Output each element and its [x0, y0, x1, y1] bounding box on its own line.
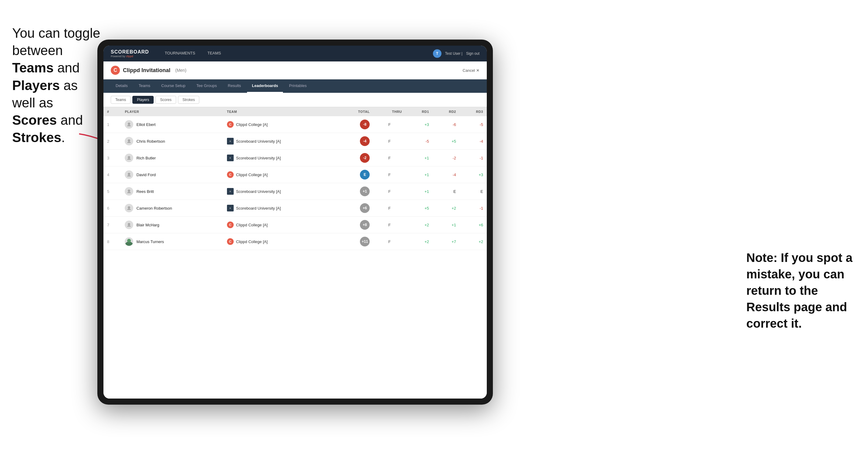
svg-point-6: [128, 206, 130, 209]
cell-rd2: -4: [433, 166, 460, 183]
cell-rank: 1: [103, 116, 121, 133]
toggle-teams-button[interactable]: Teams: [111, 96, 130, 104]
tab-course-setup[interactable]: Course Setup: [156, 80, 190, 93]
table-row[interactable]: 3 Rich Butler ≡ Scoreboard University [A…: [103, 150, 487, 166]
cell-total: -2: [338, 150, 373, 166]
table-row[interactable]: 1 Elliot Ebert C Clippd College [A] -8 F…: [103, 116, 487, 133]
tablet-screen: SCOREBOARD Powered by clippd TOURNAMENTS…: [103, 45, 487, 399]
team-name: Clippd College [A]: [236, 223, 268, 227]
svg-point-7: [128, 223, 130, 225]
player-avatar: [125, 187, 133, 196]
team-icon-scoreboard: ≡: [227, 155, 234, 161]
cell-total: +8: [338, 217, 373, 234]
cell-rd3: +3: [460, 166, 487, 183]
cell-team: ≡ Scoreboard University [A]: [223, 150, 338, 166]
cell-rd2: +1: [433, 217, 460, 234]
svg-point-4: [128, 173, 130, 175]
toggle-strokes-button[interactable]: Strokes: [178, 96, 199, 104]
team-icon-clippd: C: [227, 221, 234, 228]
cell-rd2: -2: [433, 150, 460, 166]
score-badge: +6: [360, 203, 370, 213]
tab-printables[interactable]: Printables: [284, 80, 312, 93]
team-icon-clippd: C: [227, 171, 234, 178]
cell-player: Marcus Turners: [121, 234, 223, 250]
tab-results[interactable]: Results: [223, 80, 246, 93]
cell-total: +11: [338, 234, 373, 250]
score-badge: E: [360, 170, 370, 180]
cell-thru: F: [373, 234, 406, 250]
toggle-players-button[interactable]: Players: [132, 96, 154, 104]
nav-right: T Test User | Sign out: [433, 49, 479, 58]
svg-point-5: [128, 190, 130, 192]
team-icon-scoreboard: ≡: [227, 205, 234, 212]
strokes-bold: Strokes: [12, 130, 61, 145]
cell-team: C Clippd College [A]: [223, 166, 338, 183]
col-rank: #: [103, 107, 121, 116]
cell-thru: F: [373, 150, 406, 166]
table-row[interactable]: 8 Marcus Turners C Clippd College [A] +1…: [103, 234, 487, 250]
cell-thru: F: [373, 166, 406, 183]
tab-details[interactable]: Details: [111, 80, 133, 93]
cell-player: Blair McHarg: [121, 217, 223, 234]
cell-total: -4: [338, 133, 373, 150]
left-annotation: You can toggle between Teams and Players…: [12, 24, 100, 146]
logo-sub: Powered by clippd: [111, 55, 149, 58]
table-row[interactable]: 4 David Ford C Clippd College [A] E F +1…: [103, 166, 487, 183]
leaderboard-table: # PLAYER TEAM TOTAL THRU RD1 RD2 RD3 1 E…: [103, 107, 487, 399]
cell-rd3: +6: [460, 217, 487, 234]
sign-out-link[interactable]: Sign out: [466, 52, 479, 56]
cell-rd1: -5: [406, 133, 433, 150]
toggle-bar: Teams Players Scores Strokes: [103, 93, 487, 107]
col-rd1: RD1: [406, 107, 433, 116]
tournament-logo: C: [111, 66, 120, 75]
toggle-scores-button[interactable]: Scores: [155, 96, 176, 104]
teams-bold: Teams: [12, 60, 54, 75]
team-name: Clippd College [A]: [236, 122, 268, 127]
score-badge: +1: [360, 186, 370, 196]
cell-total: +1: [338, 183, 373, 200]
cell-rank: 7: [103, 217, 121, 234]
user-name: Test User |: [445, 52, 462, 56]
tab-teams[interactable]: Teams: [134, 80, 155, 93]
cell-team: C Clippd College [A]: [223, 234, 338, 250]
cell-team: C Clippd College [A]: [223, 116, 338, 133]
cell-team: ≡ Scoreboard University [A]: [223, 133, 338, 150]
player-avatar: [125, 237, 133, 246]
cell-total: -8: [338, 116, 373, 133]
cell-rd2: +7: [433, 234, 460, 250]
table-row[interactable]: 2 Chris Robertson ≡ Scoreboard Universit…: [103, 133, 487, 150]
tournament-gender: (Men): [175, 68, 186, 73]
cell-rank: 3: [103, 150, 121, 166]
sub-nav: Details Teams Course Setup Tee Groups Re…: [103, 80, 487, 93]
cell-rd2: +2: [433, 200, 460, 217]
note-label: Note: If you spot a mistake, you can ret…: [746, 251, 852, 330]
logo-text: SCOREBOARD: [111, 49, 149, 55]
tab-leaderboards[interactable]: Leaderboards: [247, 80, 283, 93]
col-thru: THRU: [373, 107, 406, 116]
table-row[interactable]: 6 Cameron Robertson ≡ Scoreboard Univers…: [103, 200, 487, 217]
col-rd3: RD3: [460, 107, 487, 116]
tournament-header: C Clippd Invitational (Men) Cancel ✕: [103, 61, 487, 80]
score-badge: +8: [360, 220, 370, 230]
user-avatar: T: [433, 49, 441, 58]
team-icon-scoreboard: ≡: [227, 188, 234, 195]
tablet-frame: SCOREBOARD Powered by clippd TOURNAMENTS…: [97, 39, 493, 405]
cell-rd3: -1: [460, 200, 487, 217]
table-row[interactable]: 7 Blair McHarg C Clippd College [A] +8 F…: [103, 217, 487, 234]
tab-tee-groups[interactable]: Tee Groups: [192, 80, 222, 93]
cancel-button[interactable]: Cancel ✕: [463, 68, 479, 73]
player-name: David Ford: [136, 173, 156, 177]
player-name: Blair McHarg: [136, 223, 159, 227]
nav-teams[interactable]: TEAMS: [202, 45, 227, 61]
svg-point-2: [128, 139, 130, 142]
col-total: TOTAL: [338, 107, 373, 116]
team-name: Clippd College [A]: [236, 240, 268, 244]
nav-links: TOURNAMENTS TEAMS: [159, 45, 433, 61]
cell-team: C Clippd College [A]: [223, 217, 338, 234]
table-header-row: # PLAYER TEAM TOTAL THRU RD1 RD2 RD3: [103, 107, 487, 116]
score-badge: +11: [360, 237, 370, 246]
table-row[interactable]: 5 Rees Britt ≡ Scoreboard University [A]…: [103, 183, 487, 200]
cell-thru: F: [373, 217, 406, 234]
player-avatar: [125, 137, 133, 146]
nav-tournaments[interactable]: TOURNAMENTS: [159, 45, 202, 61]
